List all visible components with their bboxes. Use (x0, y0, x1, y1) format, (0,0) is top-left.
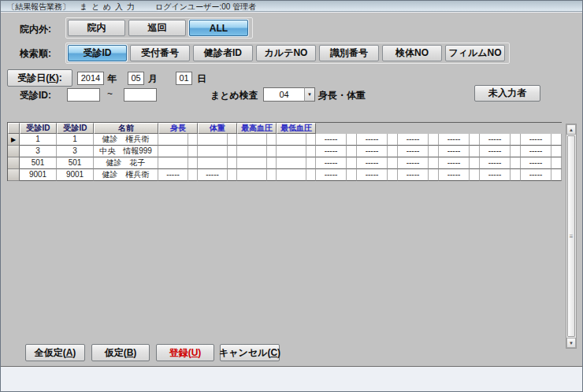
provisional-button[interactable]: 仮定(B) (91, 344, 150, 361)
cell-measure-flag[interactable] (188, 157, 198, 169)
cell-extra-value[interactable]: ----- (521, 169, 551, 181)
sort-ident-no-button[interactable]: 識別番号 (319, 45, 379, 61)
cell-extra-flag[interactable] (470, 157, 480, 169)
cell-extra-value[interactable]: ----- (480, 146, 511, 157)
cell-extra-value[interactable]: ----- (521, 134, 551, 146)
cell-measure-value[interactable] (277, 157, 306, 169)
cell-extra-value[interactable]: ----- (521, 157, 551, 169)
cell-extra-flag[interactable] (551, 157, 562, 169)
cell-measure-value[interactable] (198, 157, 228, 169)
scroll-down-icon[interactable]: ▼ (566, 338, 576, 348)
cell-extra-flag[interactable] (551, 134, 562, 146)
cell-extra-value[interactable]: ----- (439, 146, 470, 157)
row-selector[interactable] (8, 146, 20, 157)
cell-measure-value[interactable] (198, 146, 228, 157)
cell-measure-value[interactable] (158, 157, 188, 169)
visit-id-from-field[interactable] (67, 88, 100, 102)
cell-measure-flag[interactable] (267, 146, 277, 157)
sort-film-no-button[interactable]: フィルムNO (445, 45, 505, 61)
col-header-visit-id[interactable]: 受診ID (20, 123, 57, 134)
cell-extra-flag[interactable] (347, 146, 357, 157)
cell-extra-value[interactable]: ----- (480, 157, 511, 169)
cell-visit-id2[interactable]: 9001 (57, 169, 94, 181)
cell-extra-flag[interactable] (511, 134, 521, 146)
cell-extra-value[interactable]: ----- (357, 157, 388, 169)
visit-date-day-field[interactable]: 01 (176, 72, 192, 85)
cell-measure-flag[interactable] (228, 169, 237, 181)
cell-measure-value[interactable] (237, 146, 267, 157)
summary-exam-select[interactable]: 04 (263, 87, 305, 102)
grid-vertical-scrollbar[interactable]: ▲ ≡ ▼ (566, 124, 577, 349)
sort-receipt-no-button[interactable]: 受付番号 (130, 45, 190, 61)
cell-extra-value[interactable]: ----- (357, 134, 388, 146)
cell-name[interactable]: 健診 権兵衛 (94, 169, 158, 181)
cell-extra-flag[interactable] (388, 134, 398, 146)
cell-extra-flag[interactable] (551, 169, 562, 181)
toggle-all[interactable]: ALL (189, 20, 248, 36)
cell-measure-value[interactable]: ----- (198, 169, 228, 181)
sort-karte-no-button[interactable]: カルテNO (256, 45, 316, 61)
cell-name[interactable]: 中央 情報999 (94, 146, 158, 157)
col-header-bp-high[interactable]: 最高血圧 (237, 123, 277, 134)
cell-measure-value[interactable]: ----- (158, 169, 188, 181)
scrollbar-thumb[interactable]: ≡ (567, 135, 575, 337)
cell-extra-flag[interactable] (551, 146, 562, 157)
cell-measure-value[interactable] (277, 169, 306, 181)
cell-extra-value[interactable]: ----- (357, 146, 388, 157)
visit-date-year-field[interactable]: 2014 (77, 72, 104, 85)
cell-extra-flag[interactable] (429, 157, 439, 169)
cell-measure-flag[interactable] (228, 134, 237, 146)
col-header-bp-low[interactable]: 最低血圧 (277, 123, 316, 134)
register-button[interactable]: 登録(U) (156, 344, 214, 361)
cancel-button[interactable]: キャンセル(C) (220, 344, 280, 361)
cell-visit-id2[interactable]: 3 (57, 146, 94, 157)
cell-extra-value[interactable]: ----- (398, 146, 429, 157)
cell-visit-id[interactable]: 3 (20, 146, 57, 157)
cell-measure-value[interactable] (198, 134, 228, 146)
cell-visit-id[interactable]: 1 (20, 134, 57, 146)
cell-extra-flag[interactable] (470, 134, 480, 146)
cell-measure-value[interactable] (158, 134, 188, 146)
cell-extra-value[interactable]: ----- (316, 157, 347, 169)
visit-id-to-field[interactable] (124, 88, 157, 102)
cell-name[interactable]: 健診 花子 (94, 157, 158, 169)
cell-measure-flag[interactable] (306, 157, 316, 169)
cell-extra-value[interactable]: ----- (439, 134, 470, 146)
cell-extra-flag[interactable] (429, 169, 439, 181)
cell-extra-value[interactable]: ----- (480, 134, 511, 146)
cell-extra-value[interactable]: ----- (398, 169, 429, 181)
cell-extra-value[interactable]: ----- (357, 169, 388, 181)
cell-extra-flag[interactable] (347, 157, 357, 169)
cell-extra-value[interactable]: ----- (439, 157, 470, 169)
cell-measure-flag[interactable] (267, 134, 277, 146)
all-provisional-button[interactable]: 全仮定(A) (25, 344, 85, 361)
col-header-weight[interactable]: 体重 (198, 123, 237, 134)
dropdown-arrow-icon[interactable]: ▼ (304, 87, 315, 102)
cell-measure-value[interactable] (277, 146, 306, 157)
toggle-round-visit[interactable]: 巡回 (128, 20, 186, 36)
row-selector[interactable]: ▶ (8, 134, 20, 146)
cell-extra-flag[interactable] (429, 146, 439, 157)
cell-extra-flag[interactable] (388, 157, 398, 169)
cell-extra-value[interactable]: ----- (398, 134, 429, 146)
cell-measure-flag[interactable] (188, 134, 198, 146)
cell-visit-id[interactable]: 501 (20, 157, 57, 169)
row-selector[interactable] (8, 157, 20, 169)
cell-extra-value[interactable]: ----- (316, 169, 347, 181)
cell-measure-flag[interactable] (306, 134, 316, 146)
cell-measure-flag[interactable] (228, 157, 237, 169)
visit-date-month-field[interactable]: 05 (128, 72, 144, 85)
cell-extra-value[interactable]: ----- (398, 157, 429, 169)
cell-extra-value[interactable]: ----- (439, 169, 470, 181)
cell-measure-flag[interactable] (267, 169, 277, 181)
cell-visit-id2[interactable]: 501 (57, 157, 94, 169)
cell-measure-flag[interactable] (306, 146, 316, 157)
sort-visit-id-button[interactable]: 受診ID (68, 45, 127, 61)
row-selector[interactable] (8, 169, 20, 181)
cell-extra-flag[interactable] (470, 146, 480, 157)
cell-measure-flag[interactable] (188, 169, 198, 181)
cell-measure-flag[interactable] (306, 169, 316, 181)
cell-measure-value[interactable] (158, 146, 188, 157)
col-header-height[interactable]: 身長 (158, 123, 198, 134)
cell-measure-flag[interactable] (188, 146, 198, 157)
